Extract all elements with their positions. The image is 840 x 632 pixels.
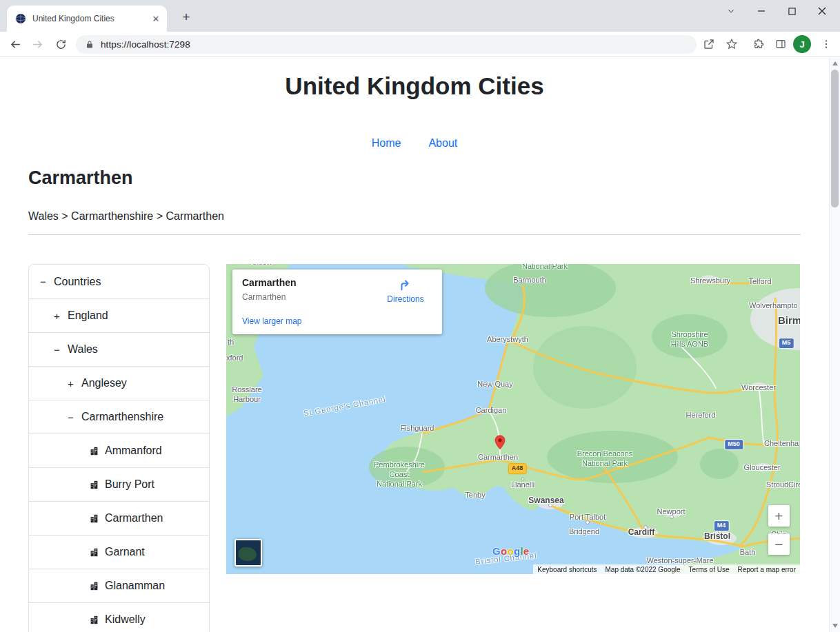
divider xyxy=(28,234,801,235)
map-label-worcester: Worcester xyxy=(741,383,776,393)
city-building-icon xyxy=(90,514,99,523)
window-minimize-button[interactable] xyxy=(746,0,777,22)
page-scrollbar[interactable] xyxy=(829,57,840,632)
tree-item-label: Glanamman xyxy=(105,580,165,592)
report-map-error-link[interactable]: Report a map error xyxy=(738,566,796,573)
tree-item-label: Wales xyxy=(68,343,98,356)
directions-label: Directions xyxy=(383,294,428,304)
satellite-layer-toggle[interactable] xyxy=(234,539,262,567)
map-label-brecon-beacons-national-park: Brecon Beacons National Park xyxy=(577,449,633,469)
tree-item-label: Anglesey xyxy=(81,377,127,389)
map-label-cardiff: Cardiff xyxy=(628,527,655,538)
nav-link-home[interactable]: Home xyxy=(363,133,410,154)
terms-of-use-link[interactable]: Terms of Use xyxy=(689,566,730,573)
tree-item-label: Garnant xyxy=(105,546,145,558)
page-title: United Kingdom Cities xyxy=(0,72,829,100)
expand-icon[interactable]: + xyxy=(68,378,81,389)
scrollbar-up-arrow[interactable] xyxy=(832,61,838,65)
tab-strip: United Kingdom Cities ✕ + xyxy=(0,0,840,32)
map-label-cardigan: Cardigan xyxy=(476,406,507,416)
google-logo[interactable]: Google xyxy=(492,545,530,557)
tree-item-anglesey[interactable]: +Anglesey xyxy=(29,366,209,400)
back-button[interactable] xyxy=(6,34,25,54)
browser-toolbar: https://localhost:7298 J xyxy=(0,32,840,57)
browser-menu-dots-icon[interactable] xyxy=(817,34,836,54)
map-label-wolverhampto: Wolverhampto xyxy=(749,301,798,311)
tree-item-countries[interactable]: −Countries xyxy=(29,265,209,298)
expand-icon[interactable]: + xyxy=(54,310,68,322)
map-label-port-talbot: Port Talbot xyxy=(570,513,606,522)
city-heading: Carmarthen xyxy=(28,167,133,189)
nav-link-about[interactable]: About xyxy=(420,133,466,154)
city-building-icon xyxy=(90,582,99,591)
map-label-shrewsbury: Shrewsbury xyxy=(690,276,730,286)
collapse-icon[interactable]: − xyxy=(68,411,81,423)
map-marker-carmarthen[interactable] xyxy=(492,434,508,453)
scrollbar-down-arrow[interactable] xyxy=(832,624,838,628)
map-label-bridgend: Bridgend xyxy=(569,527,599,537)
location-tree: −Countries+England−Wales+Anglesey−Carmar… xyxy=(28,264,210,632)
map-label-pembrokeshire-coast-national-park: Pembrokeshire Coast National Park xyxy=(374,460,425,489)
zoom-out-button[interactable]: − xyxy=(768,533,790,555)
top-navigation: Home About xyxy=(0,133,829,154)
map-label-newport: Newport xyxy=(657,507,686,517)
map-label-national-park: National Park xyxy=(522,264,568,272)
keyboard-shortcuts-button[interactable]: Keyboard shortcuts xyxy=(537,566,597,573)
new-tab-button[interactable]: + xyxy=(177,8,196,27)
lock-icon[interactable] xyxy=(86,40,94,49)
tab-search-chevron-icon[interactable] xyxy=(716,0,746,22)
directions-button[interactable]: Directions xyxy=(383,277,428,304)
breadcrumb: Wales > Carmarthenshire > Carmarthen xyxy=(28,210,224,223)
city-building-icon xyxy=(90,447,99,456)
satellite-thumbnail xyxy=(239,547,257,561)
browser-tab[interactable]: United Kingdom Cities ✕ xyxy=(7,6,167,32)
url-text: https://localhost:7298 xyxy=(101,39,190,50)
extensions-puzzle-icon[interactable] xyxy=(749,34,768,54)
forward-button[interactable] xyxy=(28,34,47,54)
collapse-icon[interactable]: − xyxy=(40,276,54,287)
map-label-bath: Bath xyxy=(740,548,756,558)
share-icon[interactable] xyxy=(699,34,719,54)
view-larger-map-link[interactable]: View larger map xyxy=(242,316,301,326)
tree-item-glanamman[interactable]: Glanamman xyxy=(29,569,209,602)
window-close-button[interactable] xyxy=(807,0,837,22)
tree-item-carmarthenshire[interactable]: −Carmarthenshire xyxy=(29,400,209,434)
tree-item-label: Burry Port xyxy=(105,478,154,491)
tree-item-garnant[interactable]: Garnant xyxy=(29,535,209,569)
url-bar[interactable]: https://localhost:7298 xyxy=(76,35,697,54)
road-badge-m5: M5 xyxy=(779,338,794,349)
google-map[interactable]: ArklowNational ParkBarmouthShrewsburyTel… xyxy=(226,264,800,574)
map-label-new-quay: New Quay xyxy=(477,380,512,389)
google-logo-letter: g xyxy=(514,545,520,557)
map-label-telford: Telford xyxy=(748,277,771,287)
tree-item-label: Ammanford xyxy=(105,445,162,457)
browser-window: United Kingdom Cities ✕ + xyxy=(0,0,840,632)
reload-button[interactable] xyxy=(51,34,70,54)
tree-item-england[interactable]: +England xyxy=(29,298,209,332)
tree-item-carmarthen[interactable]: Carmarthen xyxy=(29,501,209,535)
tree-item-burry-port[interactable]: Burry Port xyxy=(29,467,209,501)
zoom-in-button[interactable]: + xyxy=(768,505,790,527)
google-logo-letter: o xyxy=(507,545,513,557)
page-content: United Kingdom Cities Home About Carmart… xyxy=(0,57,829,632)
city-building-icon xyxy=(90,548,99,557)
collapse-icon[interactable]: − xyxy=(54,344,68,356)
directions-icon xyxy=(398,277,413,294)
profile-avatar[interactable]: J xyxy=(793,35,811,53)
window-maximize-button[interactable] xyxy=(777,0,807,22)
city-building-icon xyxy=(90,615,99,624)
side-panel-icon[interactable] xyxy=(771,34,790,54)
map-label-xford: xford xyxy=(226,354,243,363)
map-label-cirence: Cirence xyxy=(788,480,800,490)
map-label-birmi: Birmi xyxy=(778,314,800,327)
scrollbar-thumb[interactable] xyxy=(831,70,839,207)
tree-item-ammanford[interactable]: Ammanford xyxy=(29,434,209,467)
road-badge-m4: M4 xyxy=(714,520,730,531)
info-card-subtitle: Carmarthen xyxy=(242,292,286,302)
tree-item-kidwelly[interactable]: Kidwelly xyxy=(29,602,209,632)
tab-close-icon[interactable]: ✕ xyxy=(150,13,161,24)
bookmark-star-icon[interactable] xyxy=(722,34,741,54)
road-badge-a48: A48 xyxy=(508,463,527,474)
map-label-arklow: Arklow xyxy=(249,264,272,267)
tree-item-wales[interactable]: −Wales xyxy=(29,332,209,366)
